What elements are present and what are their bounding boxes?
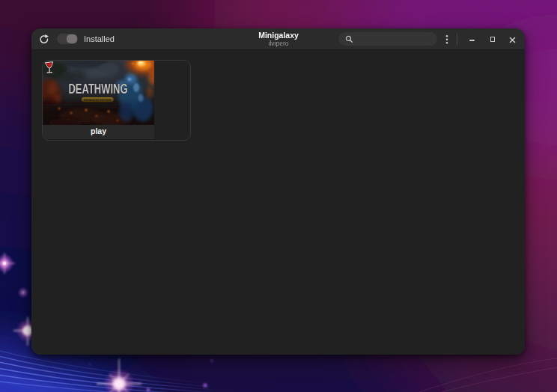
svg-text:DEATHWING: DEATHWING — [69, 82, 128, 97]
svg-text:ENHANCED EDITION: ENHANCED EDITION — [84, 98, 111, 102]
